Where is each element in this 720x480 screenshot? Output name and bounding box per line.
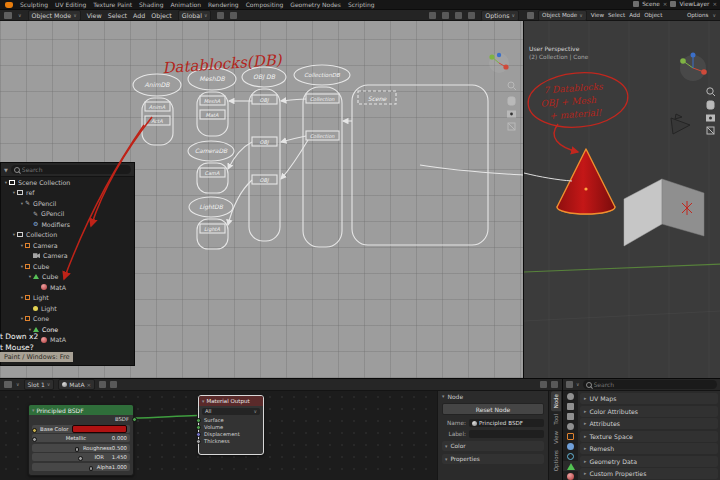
menu-object[interactable]: Object xyxy=(644,12,662,18)
panel-attributes[interactable]: ▸Attributes xyxy=(580,418,718,429)
workspace-tab-rendering[interactable]: Rendering xyxy=(208,1,239,8)
editor-type-icon[interactable] xyxy=(527,12,534,19)
workspace-tab-compositing[interactable]: Compositing xyxy=(246,1,284,8)
outliner-search[interactable] xyxy=(11,165,131,174)
sidebar-tab-node[interactable]: Node xyxy=(551,391,561,411)
surface-socket[interactable] xyxy=(196,418,201,423)
workspace-tab-uv-editing[interactable]: UV Editing xyxy=(55,1,86,8)
mode-select[interactable]: Object Mode ∨ xyxy=(538,10,587,21)
alpha-slider[interactable]: Alpha 1.000 xyxy=(32,463,130,471)
material-selector[interactable]: MatA × xyxy=(58,379,95,390)
volume-socket[interactable] xyxy=(196,425,201,430)
node-title-bar[interactable]: ▾ Material Output xyxy=(199,396,263,406)
options-menu[interactable]: Options xyxy=(687,12,709,18)
slot-select[interactable]: Slot 1 ∨ xyxy=(24,379,55,390)
object-properties-tab[interactable] xyxy=(563,431,578,441)
sidebar-tab-tool[interactable]: Tool xyxy=(551,411,561,428)
overlays-icon[interactable] xyxy=(442,12,449,19)
properties-search[interactable] xyxy=(583,380,717,389)
panel-geometry-data[interactable]: ▸Geometry Data xyxy=(580,456,718,467)
panel-color-attributes[interactable]: ▸Color Attributes xyxy=(580,406,718,417)
shading-mode-icon[interactable] xyxy=(468,12,475,19)
menu-select[interactable]: Select xyxy=(108,12,127,19)
menu-view[interactable]: View xyxy=(591,12,604,18)
panel-texture-space[interactable]: ▸Texture Space xyxy=(580,431,718,442)
editor-type-icon[interactable] xyxy=(4,12,12,19)
node-label-field[interactable] xyxy=(469,430,544,438)
metallic-socket[interactable] xyxy=(32,437,37,442)
unlink-material-icon[interactable]: × xyxy=(87,382,92,388)
outliner-row-cone-object[interactable]: ▾Cone xyxy=(1,314,134,325)
workspace-tab-texture-paint[interactable]: Texture Paint xyxy=(93,1,132,8)
alpha-socket[interactable] xyxy=(89,466,93,471)
roughness-slider[interactable]: Roughness 0.500 xyxy=(32,444,130,452)
blender-logo-icon[interactable] xyxy=(5,2,13,8)
collapse-caret-icon[interactable]: ▾ xyxy=(32,408,34,413)
overlays-icon[interactable] xyxy=(551,381,558,388)
menu-add[interactable]: Add xyxy=(629,12,640,18)
metallic-slider[interactable]: Metallic 0.000 xyxy=(32,434,130,442)
workspace-tab-scripting[interactable]: Scripting xyxy=(348,1,375,8)
ior-slider[interactable]: IOR 1.450 xyxy=(32,453,130,461)
scene-unlink-icon[interactable]: × xyxy=(663,1,668,7)
outliner-row-light-data[interactable]: Light xyxy=(1,303,134,314)
outliner-row-light-object[interactable]: ▾Light xyxy=(1,293,134,304)
editor-type-icon[interactable] xyxy=(4,381,12,388)
editor-type-icon[interactable] xyxy=(566,381,573,388)
panel-caret-icon[interactable]: ▾ xyxy=(442,394,444,399)
outliner-row-scene-collection[interactable]: ▾Scene Collection xyxy=(1,177,134,188)
pan-hand-icon[interactable] xyxy=(707,101,714,109)
reset-node-button[interactable]: Reset Node xyxy=(442,403,544,415)
base-color-row[interactable]: Base Color xyxy=(32,425,130,433)
thickness-input-row[interactable]: Thickness xyxy=(199,437,263,444)
render-properties-tab[interactable] xyxy=(563,401,578,411)
options-menu[interactable]: Options ∨ xyxy=(481,10,519,21)
zoom-icon[interactable] xyxy=(707,88,713,94)
outliner-row-modifiers[interactable]: ⚙Modifiers xyxy=(1,219,134,230)
sidebar-tab-options[interactable]: Options xyxy=(551,447,561,474)
node-canvas[interactable]: ▾ Principled BSDF BSDF Base Color Metall… xyxy=(0,391,437,480)
node-name-field[interactable]: Principled BSDF xyxy=(469,419,544,427)
zoom-icon[interactable] xyxy=(508,82,514,88)
output-target-select[interactable]: All ∨ xyxy=(202,408,260,415)
outliner-row-gpencil-data[interactable]: ✎GPencil xyxy=(1,209,134,220)
sidebar-tab-view[interactable]: View xyxy=(551,428,561,447)
modifier-properties-tab[interactable] xyxy=(563,441,578,451)
menu-view[interactable]: View xyxy=(87,12,102,19)
show-gizmo-icon[interactable] xyxy=(429,12,436,19)
bsdf-output-socket[interactable] xyxy=(132,417,137,422)
node-panel-header[interactable]: ▾ Node xyxy=(442,393,544,400)
panel-uv-maps[interactable]: ▸UV Maps xyxy=(580,393,718,404)
scene-selector[interactable]: Scene xyxy=(642,1,660,7)
workspace-tab-sculpting[interactable]: Sculpting xyxy=(20,1,48,8)
outliner-row-camera-data[interactable]: Camera xyxy=(1,251,134,262)
scene-properties-tab[interactable] xyxy=(563,421,578,431)
viewport-nav-gizmo[interactable] xyxy=(680,53,707,82)
pan-hand-icon[interactable] xyxy=(508,97,515,105)
properties-search-input[interactable] xyxy=(594,381,714,388)
color-section-header[interactable]: ▾ Color xyxy=(442,441,544,451)
section-caret-icon[interactable]: ▾ xyxy=(445,444,447,449)
tool-properties-tab[interactable] xyxy=(563,391,578,401)
workspace-tab-animation[interactable]: Animation xyxy=(170,1,201,8)
3d-viewport[interactable]: 7 Datablocks OBJ + Mesh + material! xyxy=(523,21,720,378)
mode-select[interactable]: Object Mode ∨ xyxy=(28,10,81,21)
transform-orientation-select[interactable]: Global ∨ xyxy=(178,10,212,21)
filter-icon[interactable]: ▼ xyxy=(4,167,8,173)
outliner-row-ref[interactable]: ▾ref xyxy=(1,188,134,199)
workspace-tab-geometry-nodes[interactable]: Geometry Nodes xyxy=(290,1,341,8)
viewport-side-icons[interactable] xyxy=(707,88,716,134)
roughness-socket[interactable] xyxy=(75,447,80,452)
viewport-nav-gizmo[interactable] xyxy=(489,53,509,73)
panel-custom-properties[interactable]: ▸Custom Properties xyxy=(580,468,718,479)
surface-input-row[interactable]: Surface xyxy=(199,416,263,423)
menu-object[interactable]: Object xyxy=(151,12,172,19)
properties-section-header[interactable]: ▾ Properties xyxy=(442,454,544,464)
outliner-search-input[interactable] xyxy=(22,166,128,173)
menu-select[interactable]: Select xyxy=(608,12,625,18)
object-data-properties-tab[interactable] xyxy=(563,461,578,471)
menu-add[interactable]: Add xyxy=(133,12,145,19)
physics-properties-tab[interactable] xyxy=(563,451,578,461)
outliner-row-collection[interactable]: ▾Collection xyxy=(1,230,134,241)
outliner-row-camera-object[interactable]: ▾Camera xyxy=(1,240,134,251)
